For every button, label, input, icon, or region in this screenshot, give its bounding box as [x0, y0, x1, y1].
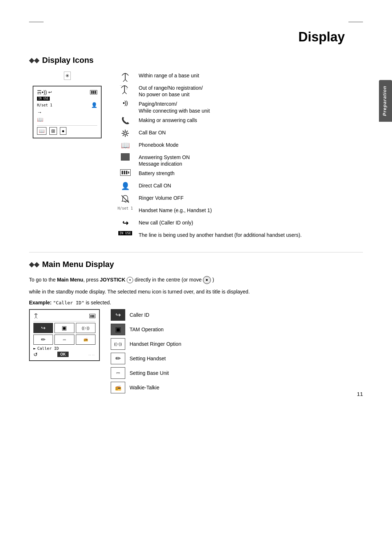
menu-desc-text2: while in the standby mode display. The s…	[29, 288, 363, 296]
menu-antenna-icon	[33, 313, 38, 320]
in-use-badge: IN USE	[37, 97, 50, 101]
menu-item-ringer-option: ((○)) Handset Ringer Option	[111, 338, 181, 350]
menu-desc-text: To go to the Main Menu, press JOYSTICK ●…	[29, 276, 363, 284]
arrow-newcall-icon: ↪	[122, 219, 128, 227]
batt-tip	[128, 171, 129, 174]
callerid-icon-box: ↪	[111, 309, 125, 321]
arrow-indicator: ►	[33, 346, 36, 351]
main-menu-section: ◆◆ Main Menu Display To go to the Main M…	[29, 260, 363, 393]
top-line-left	[29, 22, 44, 22]
icon-row-newcall: ↪ New call (Caller ID only)	[116, 219, 363, 229]
battery-display	[120, 169, 131, 176]
batt-bar3	[126, 171, 127, 174]
icon-row-paging: •)) Paging/Intercom/While connecting wit…	[116, 100, 363, 114]
page-title: Display	[29, 29, 345, 45]
display-icons-heading: ◆◆ Display Icons	[29, 56, 363, 65]
phonebook-box: 📖	[37, 127, 46, 135]
svg-line-1	[123, 80, 125, 82]
tam-icon-box: ▣	[111, 324, 125, 335]
phone-display-area: ✳ ☴•)) ↩ IN USE	[29, 72, 105, 241]
grid-box: ⊞	[49, 127, 57, 135]
screen-row1: ☴•)) ↩	[37, 89, 97, 95]
menu-item-setting-base: ⎓ Setting Base Unit	[111, 367, 181, 379]
phonebook-desc: Phonebook Mode	[139, 141, 363, 148]
page-number: 11	[357, 391, 363, 397]
newcall-icon: ↪	[116, 219, 134, 227]
main-menu-title: Main Menu Display	[42, 260, 114, 269]
menu-icon-tam: ▣	[54, 323, 74, 333]
svg-line-16	[34, 317, 36, 319]
setting-handset-label: Setting Handset	[130, 356, 166, 361]
menu-antenna-svg	[33, 313, 38, 319]
antenna-svg	[120, 72, 130, 82]
phonebook-icon: 📖	[116, 141, 134, 150]
screen-row3: H/set 1 👤	[37, 102, 97, 108]
menu-icon-ringer: ((○))	[76, 323, 95, 333]
phone-screen: ☴•)) ↩ IN USE H/set 1	[33, 86, 102, 138]
batt-bar2	[124, 171, 125, 174]
mbatt3	[93, 315, 94, 317]
menu-icon-wrench: ✏	[33, 335, 53, 345]
inuse-icon: IN USE	[116, 231, 134, 235]
callbar-icon	[116, 129, 134, 138]
screen-row4: →	[37, 109, 97, 115]
batt-cell1	[91, 91, 93, 94]
example-suffix: is selected.	[86, 300, 111, 305]
menu-icon-base: ⎓	[54, 335, 74, 345]
inuse-desc: The line is being used by another handse…	[139, 231, 363, 238]
screen-row2: IN USE	[37, 97, 97, 101]
menu-desc-part1: To go to the	[29, 277, 57, 283]
display-icons-section: ✳ ☴•)) ↩ IN USE	[29, 72, 363, 241]
icon-row-handset-name: H/set 1 Handset Name (e.g., Handset 1)	[116, 206, 363, 216]
antenna-broken-desc: Out of range/No registration/No power on…	[139, 84, 363, 98]
back-arrow-btn[interactable]: ↺	[33, 352, 38, 357]
ringer-option-label: Handset Ringer Option	[130, 341, 181, 347]
ok-btn[interactable]: OK	[57, 352, 69, 357]
tam-label: TAM Operation	[130, 327, 164, 332]
diamonds-icon: ◆◆	[29, 56, 39, 64]
phone-icon	[116, 116, 134, 126]
section-divider	[29, 252, 363, 252]
example-label: Example:	[29, 300, 52, 305]
batt-cell3	[95, 91, 96, 94]
ringer-option-icon-box: ((○))	[111, 338, 125, 350]
antenna-broken-svg: `` "	[119, 84, 131, 94]
phone-desc: Making or answering calls	[139, 116, 363, 123]
menu-battery-icon	[89, 314, 95, 318]
in-use-label: IN USE	[118, 231, 132, 235]
walkie-label: Walkie-Talkie	[130, 385, 159, 390]
dots-area: ……	[88, 353, 95, 356]
main-menu-layout: ↪ ▣ ((○)) ✏ ⎓ 📻 ► Caller ID ↺ OK	[29, 309, 363, 393]
walkie-icon-box: 📻	[111, 382, 125, 393]
menu-ok-row: ↺ OK ……	[33, 352, 95, 357]
menu-desc-part4: )	[212, 277, 214, 283]
icon-row-phone: Making or answering calls	[116, 116, 363, 126]
callbar-desc: Call Bar ON	[139, 129, 363, 136]
joystick-bold: JOYSTICK	[100, 277, 125, 283]
mbatt1	[90, 315, 91, 317]
svg-point-12	[124, 132, 126, 134]
top-decoration	[29, 22, 363, 22]
answering-icon	[116, 153, 134, 161]
top-line-right	[348, 22, 363, 22]
setting-handset-icon-box: ✏	[111, 353, 125, 364]
antenna-full-desc: Within range of a base unit	[139, 72, 363, 79]
battery-icon	[116, 169, 134, 176]
example-line: Example: "Caller ID" is selected.	[29, 300, 363, 305]
icon-list: Within range of a base unit `` "	[116, 72, 363, 241]
icon-row-ringer: Ringer Volume OFF	[116, 194, 363, 204]
icon-row-directcall: 👤 Direct Call ON	[116, 182, 363, 192]
antenna-full-icon	[116, 72, 134, 82]
svg-line-2	[125, 80, 127, 82]
menu-caller-id-row: ► Caller ID	[33, 346, 95, 351]
arrow-icon: →	[37, 109, 42, 115]
sidebar-tab: Preparation	[379, 80, 392, 122]
page: Display Preparation ◆◆ Display Icons ✳ ☴…	[0, 0, 392, 415]
menu-item-setting-handset: ✏ Setting Handset	[111, 353, 181, 364]
batt-bar1	[122, 171, 123, 174]
icon-row-battery: Battery strength	[116, 169, 363, 179]
menu-items-list: ↪ Caller ID ▣ TAM Operation ((○)) Handse…	[111, 309, 181, 393]
caller-id-label: Caller ID	[37, 346, 59, 351]
joystick-move-icon: ✸	[203, 276, 211, 284]
diamonds2-icon: ◆◆	[29, 260, 39, 268]
